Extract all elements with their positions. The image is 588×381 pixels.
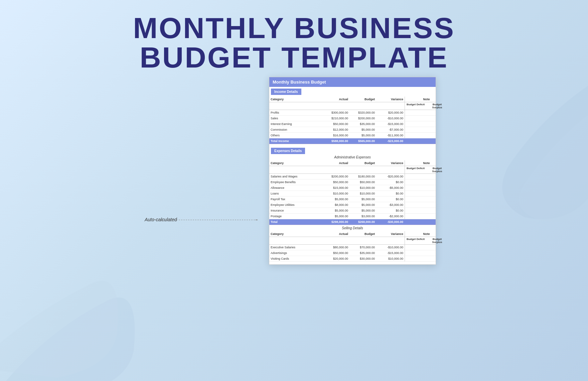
admin-row-benefits: Employee Benefits $50,000.00 $50,000.00 … xyxy=(269,179,436,185)
admin-row-allowance: Allowance $15,000.00 $10,000.00 -$5,000.… xyxy=(269,185,436,191)
income-section-header: Income Details xyxy=(271,89,301,95)
expenses-section-header: Expenses Details xyxy=(271,148,305,154)
income-row-sales: Sales $210,000.00 $200,000.00 -$10,000.0… xyxy=(269,116,436,121)
svg-point-1 xyxy=(256,220,258,220)
page-title: MONTHLY BUSINESS BUDGET TEMPLATE xyxy=(0,13,588,72)
admin-row-salaries: Salaries and Wages $200,000.00 $180,000.… xyxy=(269,174,436,179)
selling-row-visiting-cards: Visiting Cards $20,000.00 $30,000.00 $10… xyxy=(269,256,436,262)
admin-total-row: Total $298,000.00 $268,000.00 -$30,000.0… xyxy=(269,219,436,225)
main-header: Monthly Business Budget xyxy=(269,77,436,87)
income-total-row: Total Income $588,000.00 $565,000.00 -$2… xyxy=(269,138,436,144)
admin-note-sub: Budget Deficit Budget Surplus xyxy=(269,166,436,174)
admin-row-insurance: Insurance $5,000.00 $5,000.00 $0.00 xyxy=(269,208,436,214)
selling-row-exec-salaries: Executive Salaries $80,000.00 $70,000.00… xyxy=(269,245,436,250)
selling-subsection-title: Selling Details xyxy=(269,225,436,231)
admin-col-headers: Category Actual Budget Variance Note xyxy=(269,160,436,166)
selling-col-headers: Category Actual Budget Variance Note xyxy=(269,231,436,237)
income-row-profits: Profits $300,000.00 $320,000.00 $20,000.… xyxy=(269,110,436,116)
admin-row-loans: Loans $10,000.00 $10,000.00 $0.00 xyxy=(269,191,436,197)
selling-note-sub: Budget Deficit Budget Surplus xyxy=(269,237,436,245)
income-row-others: Others $16,000.00 $5,000.00 -$11,000.00 xyxy=(269,133,436,138)
income-row-commission: Commission $12,000.00 $5,000.00 -$7,000.… xyxy=(269,127,436,133)
income-col-headers: Category Actual Budget Variance Note xyxy=(269,97,436,102)
admin-row-payroll: Payroll Tax $5,000.00 $5,000.00 $0.00 xyxy=(269,197,436,202)
admin-row-utilities: Employee Utilities $8,000.00 $5,000.00 -… xyxy=(269,202,436,208)
income-note-sub: Budget Deficit Budget Surplus xyxy=(269,102,436,110)
selling-row-advertisings: Advertisings $50,000.00 $35,000.00 -$15,… xyxy=(269,250,436,256)
income-row-interest: Interest Earning $50,000.00 $35,000.00 -… xyxy=(269,121,436,127)
admin-subsection-title: Administrative Expenses xyxy=(269,154,436,160)
spreadsheet: Monthly Business Budget Income Details C… xyxy=(269,77,436,265)
admin-row-postage: Postage $5,000.00 $3,000.00 -$2,000.00 xyxy=(269,214,436,219)
